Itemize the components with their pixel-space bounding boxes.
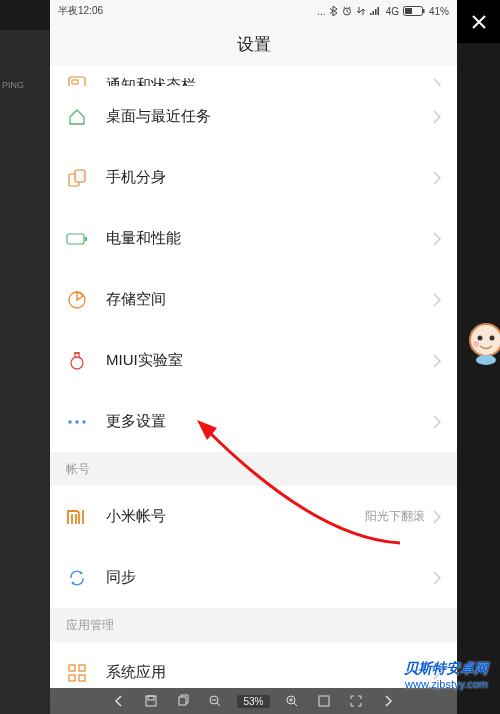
- page-header: 设置: [50, 22, 457, 66]
- chevron-right-icon: [433, 171, 441, 185]
- row-subtext: 阳光下翻滚: [365, 508, 425, 525]
- svg-rect-20: [79, 665, 85, 671]
- watermark-title: 贝斯特安卓网: [404, 660, 488, 678]
- svg-rect-6: [423, 9, 425, 13]
- svg-point-26: [473, 341, 479, 347]
- watermark: 贝斯特安卓网 www.zjbstyy.com: [404, 660, 488, 690]
- row-label: 存储空间: [106, 290, 433, 309]
- row-label: 系统应用: [106, 663, 433, 682]
- svg-rect-12: [67, 234, 84, 244]
- svg-rect-13: [85, 237, 87, 241]
- svg-rect-2: [372, 11, 374, 15]
- phone-frame: 半夜12:06 ... 4G 41% 设置: [50, 0, 457, 714]
- battery-icon: [403, 6, 425, 16]
- row-storage[interactable]: 存储空间: [50, 269, 457, 330]
- svg-point-15: [71, 357, 83, 369]
- status-time: 半夜12:06: [58, 4, 317, 18]
- tool-prev[interactable]: [109, 691, 129, 711]
- svg-rect-19: [69, 665, 75, 671]
- svg-rect-21: [69, 675, 75, 681]
- close-icon: [471, 14, 487, 30]
- row-label: 手机分身: [106, 168, 433, 187]
- row-desktop[interactable]: 桌面与最近任务: [50, 86, 457, 147]
- svg-point-18: [82, 420, 86, 424]
- row-label: 同步: [106, 568, 433, 587]
- section-label: 应用管理: [66, 617, 114, 634]
- chevron-right-icon: [433, 293, 441, 307]
- section-label: 帐号: [66, 461, 90, 478]
- signal-icon: [370, 6, 382, 16]
- svg-rect-1: [370, 13, 372, 15]
- mi-logo-icon: [66, 506, 88, 528]
- viewer-toolbar: 53%: [50, 688, 457, 714]
- svg-rect-7: [405, 8, 412, 14]
- close-button[interactable]: [457, 0, 500, 43]
- row-label: 小米帐号: [106, 507, 365, 526]
- svg-rect-30: [179, 697, 186, 705]
- storage-icon: [66, 289, 88, 311]
- tool-save[interactable]: [141, 691, 161, 711]
- svg-point-25: [490, 336, 495, 341]
- chevron-right-icon: [433, 510, 441, 524]
- svg-point-24: [478, 336, 483, 341]
- chevron-right-icon: [433, 78, 441, 86]
- svg-rect-11: [75, 170, 85, 182]
- sidebar-label: PING: [2, 80, 24, 90]
- tool-fit[interactable]: [314, 691, 334, 711]
- svg-point-16: [68, 420, 72, 424]
- svg-point-27: [476, 355, 496, 365]
- svg-rect-29: [148, 696, 154, 700]
- tool-next[interactable]: [378, 691, 398, 711]
- section-account: 帐号: [50, 452, 457, 486]
- svg-rect-4: [377, 7, 379, 15]
- bluetooth-icon: [330, 6, 338, 16]
- svg-rect-33: [319, 696, 329, 706]
- outer-sidebar: PING: [0, 30, 50, 714]
- svg-rect-9: [72, 80, 78, 84]
- zoom-level: 53%: [237, 695, 269, 708]
- chevron-right-icon: [433, 232, 441, 246]
- svg-point-23: [470, 324, 500, 356]
- more-dots-icon: [66, 411, 88, 433]
- tool-fullscreen[interactable]: [346, 691, 366, 711]
- chevron-right-icon: [433, 415, 441, 429]
- more-icon: ...: [317, 6, 325, 17]
- row-xiaomi-account[interactable]: 小米帐号 阳光下翻滚: [50, 486, 457, 547]
- mascot-decoration: [464, 318, 500, 366]
- apps-grid-icon: [66, 662, 88, 684]
- section-app-management: 应用管理: [50, 608, 457, 642]
- svg-rect-3: [375, 9, 377, 15]
- svg-point-17: [75, 420, 79, 424]
- chevron-right-icon: [433, 354, 441, 368]
- svg-rect-8: [69, 77, 85, 86]
- row-more-settings[interactable]: 更多设置: [50, 391, 457, 452]
- row-label: 桌面与最近任务: [106, 107, 433, 126]
- battery-percent: 41%: [429, 6, 449, 17]
- chevron-right-icon: [433, 110, 441, 124]
- row-miui-lab[interactable]: MIUI实验室: [50, 330, 457, 391]
- data-icon: [356, 6, 366, 16]
- watermark-url: www.zjbstyy.com: [404, 678, 488, 690]
- row-dual-apps[interactable]: 手机分身: [50, 147, 457, 208]
- row-label: 电量和性能: [106, 229, 433, 248]
- network-label: 4G: [386, 6, 399, 17]
- home-icon: [66, 106, 88, 128]
- tool-copy[interactable]: [173, 691, 193, 711]
- dual-apps-icon: [66, 167, 88, 189]
- notifications-icon: [66, 74, 88, 86]
- status-bar: 半夜12:06 ... 4G 41%: [50, 0, 457, 22]
- alarm-icon: [342, 6, 352, 16]
- page-title: 设置: [237, 33, 271, 56]
- row-notifications[interactable]: 通知和状态栏: [50, 66, 457, 86]
- row-label: 通知和状态栏: [106, 76, 433, 87]
- battery-perf-icon: [66, 228, 88, 250]
- flask-icon: [66, 350, 88, 372]
- row-sync[interactable]: 同步: [50, 547, 457, 608]
- row-battery[interactable]: 电量和性能: [50, 208, 457, 269]
- tool-zoom-out[interactable]: [205, 691, 225, 711]
- settings-list: 通知和状态栏 桌面与最近任务 手机分身: [50, 66, 457, 703]
- svg-rect-22: [79, 675, 85, 681]
- tool-zoom-in[interactable]: [282, 691, 302, 711]
- sync-icon: [66, 567, 88, 589]
- row-label: 更多设置: [106, 412, 433, 431]
